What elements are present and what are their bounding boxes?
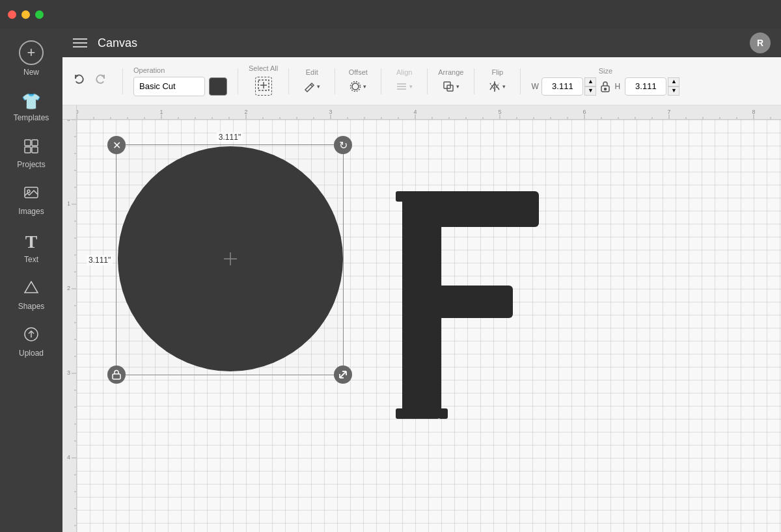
- svg-rect-27: [402, 191, 539, 227]
- height-input-wrap: H ▲ ▼: [614, 77, 679, 96]
- toolbar: Operation Basic Cut Print Then Cut Draw …: [62, 57, 781, 105]
- lock-aspect-button[interactable]: [600, 81, 610, 92]
- toolbar-divider-2: [238, 68, 238, 94]
- header-right-icon[interactable]: R: [750, 33, 771, 53]
- sidebar-item-text[interactable]: T Text: [5, 225, 57, 271]
- select-all-button[interactable]: [251, 75, 276, 98]
- edit-button[interactable]: ▾: [299, 79, 324, 94]
- maximize-button[interactable]: [35, 10, 44, 19]
- shapes-icon: [23, 280, 39, 299]
- arrange-arrow: ▾: [456, 83, 459, 90]
- sidebar-item-images[interactable]: Images: [5, 178, 57, 222]
- delete-handle[interactable]: ✕: [107, 136, 126, 154]
- select-all-group: Select All: [249, 64, 278, 98]
- arrange-group: Arrange ▾: [438, 68, 463, 94]
- svg-rect-29: [396, 191, 409, 202]
- toolbar-divider-4: [335, 68, 335, 94]
- ruler-top-row: [62, 105, 781, 120]
- letter-f-shape[interactable]: [396, 185, 545, 425]
- align-group: Align ▾: [392, 68, 417, 94]
- sidebar-item-label-shapes: Shapes: [18, 302, 45, 311]
- toolbar-divider-6: [427, 68, 428, 94]
- align-label: Align: [396, 68, 412, 76]
- height-stepper: ▲ ▼: [668, 77, 679, 96]
- svg-rect-3: [32, 147, 38, 153]
- height-up[interactable]: ▲: [668, 77, 679, 86]
- minimize-button[interactable]: [21, 10, 30, 19]
- svg-point-5: [27, 190, 30, 193]
- sidebar-item-label-text: Text: [24, 255, 38, 264]
- arrange-label: Arrange: [438, 68, 463, 76]
- menu-icon[interactable]: [73, 36, 87, 50]
- size-inputs: W ▲ ▼: [531, 77, 679, 96]
- sidebar-item-label-upload: Upload: [19, 349, 44, 358]
- svg-rect-23: [113, 374, 120, 379]
- height-input[interactable]: [625, 77, 666, 96]
- new-icon: +: [19, 40, 44, 65]
- undo-redo-group: [70, 72, 109, 90]
- app-header: Canvas R: [62, 29, 781, 57]
- height-label: H: [614, 82, 623, 91]
- flip-label: Flip: [492, 68, 504, 76]
- operation-group: Operation Basic Cut Print Then Cut Draw: [133, 66, 227, 96]
- sidebar-item-label-projects: Projects: [17, 160, 45, 169]
- offset-label: Offset: [349, 68, 368, 76]
- dark-circle[interactable]: [118, 146, 343, 371]
- ruler-corner: [62, 105, 77, 120]
- ruler-horizontal: [77, 105, 781, 120]
- operation-select[interactable]: Basic Cut Print Then Cut Draw: [133, 77, 205, 96]
- lock-handle[interactable]: [107, 366, 126, 384]
- sidebar-item-upload[interactable]: Upload: [5, 320, 57, 364]
- sidebar-item-label-new: New: [23, 68, 39, 77]
- flip-arrow: ▾: [502, 83, 506, 90]
- operation-label: Operation: [133, 66, 165, 74]
- sidebar-item-label-images: Images: [18, 207, 44, 216]
- edit-group: Edit ▾: [299, 68, 324, 94]
- projects-icon: [23, 138, 39, 157]
- height-down[interactable]: ▼: [668, 86, 679, 96]
- flip-button[interactable]: ▾: [485, 79, 510, 94]
- canvas-work-area[interactable]: ✕ ↻: [77, 120, 781, 532]
- titlebar: [0, 0, 781, 29]
- align-button[interactable]: ▾: [392, 79, 417, 94]
- redo-button[interactable]: [91, 72, 109, 90]
- offset-button[interactable]: ▾: [346, 79, 370, 94]
- canvas-container: ✕ ↻: [62, 105, 781, 532]
- sidebar-item-shapes[interactable]: Shapes: [5, 273, 57, 317]
- svg-rect-31: [439, 408, 448, 419]
- svg-rect-30: [396, 408, 411, 419]
- svg-point-13: [352, 83, 359, 90]
- width-down[interactable]: ▼: [584, 86, 596, 96]
- sidebar-item-new[interactable]: + New: [5, 34, 57, 83]
- resize-handle[interactable]: [334, 366, 352, 384]
- svg-point-22: [605, 88, 607, 90]
- undo-button[interactable]: [70, 72, 89, 90]
- offset-arrow: ▾: [363, 83, 366, 90]
- svg-line-12: [310, 85, 312, 86]
- svg-rect-28: [402, 286, 513, 318]
- arrange-button[interactable]: ▾: [439, 79, 463, 94]
- close-button[interactable]: [8, 10, 16, 19]
- sidebar-item-label-templates: Templates: [14, 113, 49, 122]
- width-stepper: ▲ ▼: [584, 77, 596, 96]
- select-all-label: Select All: [249, 64, 278, 72]
- size-group: Size W ▲ ▼: [531, 67, 679, 96]
- width-up[interactable]: ▲: [584, 77, 596, 86]
- offset-group: Offset ▾: [346, 68, 370, 94]
- selection-box[interactable]: ✕ ↻: [116, 144, 344, 375]
- upload-icon: [23, 326, 39, 346]
- color-swatch[interactable]: [209, 77, 227, 96]
- edit-label: Edit: [306, 68, 318, 76]
- ruler-vertical: [62, 120, 77, 532]
- width-input[interactable]: [541, 77, 583, 96]
- width-input-wrap: W ▲ ▼: [531, 77, 596, 96]
- flip-group: Flip ▾: [485, 68, 510, 94]
- toolbar-divider-5: [381, 68, 381, 94]
- operation-row: Basic Cut Print Then Cut Draw: [133, 77, 227, 96]
- sidebar-item-projects[interactable]: Projects: [5, 131, 57, 176]
- sidebar-item-templates[interactable]: 👕 Templates: [5, 86, 57, 129]
- svg-rect-2: [25, 147, 31, 153]
- toolbar-divider-1: [122, 68, 123, 94]
- rotate-handle[interactable]: ↻: [334, 136, 352, 154]
- align-arrow: ▾: [409, 83, 413, 90]
